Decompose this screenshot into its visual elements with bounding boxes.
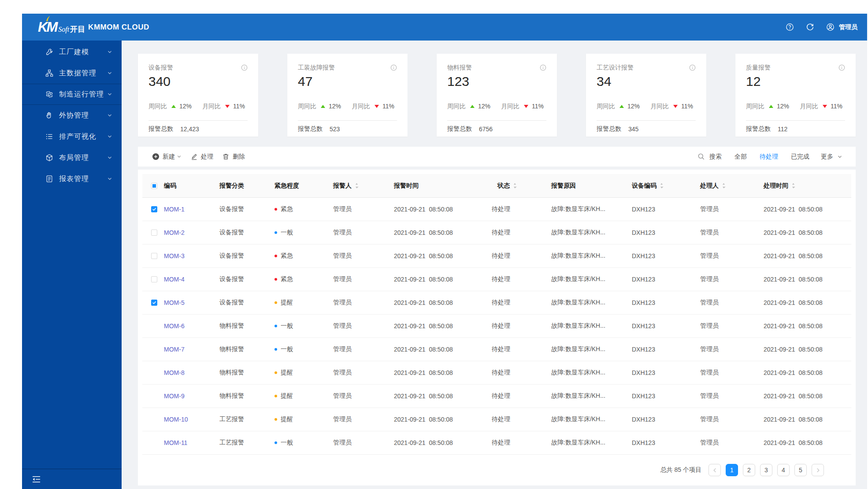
help-icon[interactable]	[786, 23, 794, 31]
alarm-report-time: 2021-09-21 08:50:08	[394, 299, 492, 306]
sidebar-item[interactable]: 排产可视化	[22, 126, 122, 147]
alarm-code-link[interactable]: MOM-4	[164, 276, 185, 283]
sidebar-item-label: 排产可视化	[59, 132, 107, 141]
filter-tab[interactable]: 全部	[734, 153, 747, 161]
row-checkbox[interactable]	[151, 276, 157, 282]
row-checkbox[interactable]	[151, 206, 157, 212]
alarm-category: 工艺报警	[219, 439, 274, 447]
alarm-code-link[interactable]: MOM-1	[164, 206, 185, 213]
prev-page-button[interactable]	[708, 464, 721, 476]
alarm-handle-time: 2021-09-21 08:50:08	[764, 346, 851, 353]
month-trend-label: 月同比	[202, 102, 221, 111]
sidebar-item[interactable]: 主数据管理	[22, 63, 122, 84]
card-value: 12	[746, 75, 845, 88]
next-page-button[interactable]	[812, 464, 824, 476]
process-button[interactable]: 处理	[190, 153, 213, 161]
more-button[interactable]: 更多	[821, 153, 842, 161]
alarm-handle-time: 2021-09-21 08:50:08	[764, 206, 851, 213]
app-window: KM Soft 开目 KMMOM CLOUD 管理员 工厂建模主数据管理制造运行…	[22, 14, 867, 489]
alarm-device-code: DXH123	[632, 393, 700, 400]
column-header[interactable]: 处理人	[700, 182, 764, 190]
sidebar-item-label: 制造运行管理	[59, 90, 107, 99]
table-row: MOM-11工艺报警一般管理员2021-09-21 08:50:08待处理故障:…	[142, 431, 851, 455]
alarm-code-link[interactable]: MOM-3	[164, 252, 185, 259]
info-icon[interactable]	[540, 64, 546, 71]
stat-card: 设备报警340周同比12%月同比11%报警总数12,423	[138, 54, 258, 137]
delete-button[interactable]: 删除	[222, 153, 245, 161]
sort-icon[interactable]	[722, 182, 726, 189]
sort-icon[interactable]	[660, 182, 664, 189]
alarm-reason: 故障:数显车床/KH...	[551, 415, 632, 423]
page-button[interactable]: 5	[794, 464, 807, 476]
user-icon[interactable]	[826, 23, 835, 31]
card-value: 340	[148, 75, 248, 88]
page-button[interactable]: 1	[726, 464, 738, 476]
search-label[interactable]: 搜索	[709, 153, 722, 161]
row-checkbox[interactable]	[151, 300, 157, 306]
column-header[interactable]: 报警人	[333, 182, 394, 190]
sort-icon[interactable]	[513, 182, 517, 189]
new-button[interactable]: 新建	[152, 153, 182, 161]
current-user[interactable]: 管理员	[839, 23, 857, 31]
sidebar-item[interactable]: 布局管理	[22, 147, 122, 168]
sort-icon[interactable]	[355, 182, 359, 189]
page-button[interactable]: 2	[743, 464, 755, 476]
refresh-icon[interactable]	[806, 23, 814, 31]
week-trend-label: 周同比	[148, 102, 167, 111]
row-checkbox[interactable]	[151, 253, 157, 259]
alarm-handler: 管理员	[700, 345, 764, 353]
urgency-dot	[274, 278, 277, 281]
plus-circle-icon	[152, 153, 160, 160]
alarm-code-link[interactable]: MOM-8	[164, 369, 185, 376]
info-icon[interactable]	[838, 64, 845, 71]
month-trend-label: 月同比	[501, 102, 519, 111]
alarm-reporter: 管理员	[333, 252, 394, 260]
search-icon[interactable]	[697, 153, 705, 160]
alarm-code-link[interactable]: MOM-5	[164, 299, 185, 306]
stat-card: 质量报警12周同比12%月同比11%报警总数112	[735, 54, 856, 137]
collapse-sidebar-icon[interactable]	[32, 476, 41, 483]
trend-down-icon	[823, 105, 827, 108]
alarm-reason: 故障:数显车床/KH...	[551, 275, 632, 283]
logo-spark-icon	[45, 15, 51, 22]
filter-tab[interactable]: 已完成	[791, 153, 809, 161]
alarm-device-code: DXH123	[632, 276, 700, 283]
alarm-handler: 管理员	[700, 252, 764, 260]
sidebar-item[interactable]: 工厂建模	[22, 41, 122, 63]
trend-up-icon	[470, 105, 475, 108]
info-icon[interactable]	[689, 64, 696, 71]
alarm-code-link[interactable]: MOM-6	[164, 322, 185, 330]
select-all-checkbox[interactable]	[151, 183, 157, 189]
alarm-code-link[interactable]: MOM-7	[164, 346, 185, 353]
sidebar-item[interactable]: 报表管理	[22, 168, 122, 189]
sidebar-item[interactable]: 制造运行管理	[22, 84, 122, 105]
page-button[interactable]: 4	[777, 464, 790, 476]
column-header[interactable]: 设备编码	[632, 182, 700, 190]
sidebar-item[interactable]: 外协管理	[22, 105, 122, 126]
alarm-code-link[interactable]: MOM-10	[164, 416, 188, 423]
sidebar-nav: 工厂建模主数据管理制造运行管理外协管理排产可视化布局管理报表管理	[22, 41, 122, 469]
page-button[interactable]: 3	[760, 464, 772, 476]
column-header[interactable]: 状态	[492, 182, 551, 190]
trend-down-icon	[225, 105, 230, 108]
alarm-code-link[interactable]: MOM-2	[164, 229, 185, 236]
alarm-code-link[interactable]: MOM-11	[164, 439, 187, 446]
sidebar-item-label: 工厂建模	[59, 48, 107, 57]
total-value: 112	[778, 126, 787, 133]
info-icon[interactable]	[390, 64, 397, 71]
filter-tab[interactable]: 待处理	[760, 153, 778, 161]
alarm-device-code: DXH123	[632, 252, 700, 259]
row-checkbox[interactable]	[151, 230, 157, 236]
alarm-status: 待处理	[492, 205, 551, 213]
alarm-code-link[interactable]: MOM-9	[164, 393, 185, 400]
urgency-dot	[274, 348, 277, 351]
alarm-reporter: 管理员	[333, 415, 394, 423]
info-icon[interactable]	[241, 64, 248, 71]
sort-icon[interactable]	[791, 182, 795, 189]
alarm-report-time: 2021-09-21 08:50:08	[394, 322, 492, 330]
column-header[interactable]: 处理时间	[764, 182, 851, 190]
chevron-down-icon	[177, 154, 182, 159]
month-trend-value: 11%	[532, 102, 544, 111]
alarm-handle-time: 2021-09-21 08:50:08	[764, 416, 851, 423]
week-trend-value: 12%	[777, 102, 789, 111]
